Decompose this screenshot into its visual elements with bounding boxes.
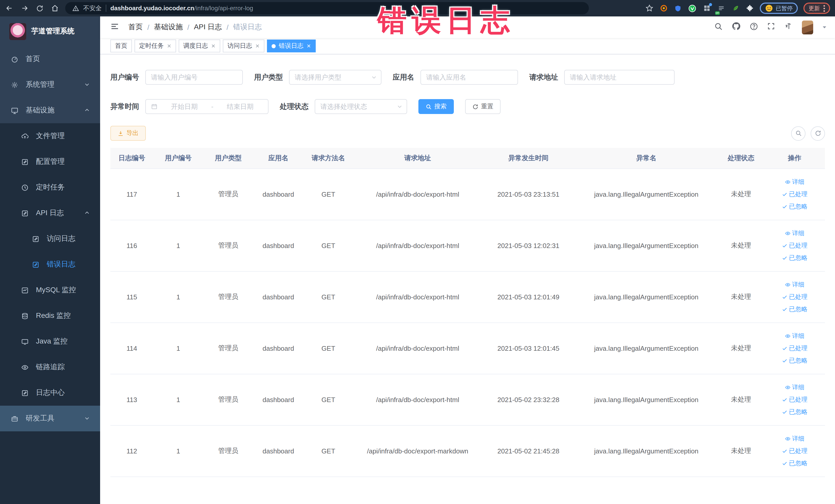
forward-icon[interactable] — [21, 4, 29, 12]
detail-link[interactable]: 详细 — [785, 177, 805, 186]
sidebar-item-system[interactable]: 系统管理 — [0, 72, 100, 98]
close-icon[interactable] — [255, 44, 260, 48]
mark-ignored-link[interactable]: 已忽略 — [782, 407, 808, 416]
user-id-input[interactable] — [145, 70, 243, 85]
home-icon[interactable] — [51, 4, 59, 12]
mark-ignored-link[interactable]: 已忽略 — [782, 254, 808, 262]
tab-home[interactable]: 首页 — [110, 40, 132, 53]
sidebar-item-error-log[interactable]: 错误日志 — [0, 251, 100, 277]
active-dot — [271, 44, 276, 48]
check-icon — [782, 306, 788, 312]
monitor-icon — [11, 106, 19, 114]
breadcrumb-api-log[interactable]: API 日志 — [194, 23, 222, 32]
chevron-down-icon — [84, 81, 90, 89]
breadcrumb-home[interactable]: 首页 — [128, 23, 143, 32]
divider — [106, 5, 106, 12]
mark-handled-link[interactable]: 已处理 — [782, 395, 808, 404]
reset-button[interactable]: 重置 — [465, 99, 501, 114]
tab-schedule-log[interactable]: 调度日志 — [179, 40, 220, 53]
mark-handled-link[interactable]: 已处理 — [782, 344, 808, 352]
tab-cron-job[interactable]: 定时任务 — [135, 40, 176, 53]
check-icon — [782, 204, 788, 209]
sidebar-item-mysql-monitor[interactable]: MySQL 监控 — [0, 277, 100, 303]
col-exception-time: 异常发生时间 — [482, 148, 575, 168]
sidebar-item-cron-job[interactable]: 定时任务 — [0, 175, 100, 200]
close-icon[interactable] — [211, 44, 216, 48]
mark-ignored-link[interactable]: 已忽略 — [782, 202, 808, 211]
reload-icon[interactable] — [36, 4, 44, 12]
breadcrumb: 首页 / 基础设施 / API 日志 / 错误日志 — [128, 23, 262, 32]
gear-icon — [11, 81, 19, 88]
extension-on-badge-icon[interactable]: on — [717, 4, 726, 13]
sidebar-item-api-log[interactable]: API 日志 — [0, 200, 100, 226]
extension-shield-icon[interactable] — [674, 4, 682, 13]
back-icon[interactable] — [5, 4, 13, 12]
sidebar-item-home[interactable]: 首页 — [0, 46, 100, 72]
app-logo-row: 芋道管理系统 — [0, 16, 100, 46]
caret-down-icon[interactable] — [822, 25, 827, 30]
detail-link[interactable]: 详细 — [785, 331, 805, 340]
user-avatar[interactable] — [802, 20, 813, 34]
close-icon[interactable] — [306, 44, 311, 48]
mark-ignored-link[interactable]: 已忽略 — [782, 459, 808, 467]
extension-puzzle-icon[interactable] — [746, 4, 754, 13]
tab-access-log[interactable]: 访问日志 — [223, 40, 264, 53]
sidebar-item-redis-monitor[interactable]: Redis 监控 — [0, 303, 100, 329]
profile-paused-badge[interactable]: 已暂停 — [760, 3, 798, 14]
mark-handled-link[interactable]: 已处理 — [782, 293, 808, 301]
check-icon — [782, 409, 788, 415]
search-icon[interactable] — [714, 22, 723, 33]
chart-icon — [21, 286, 29, 294]
sidebar: 芋道管理系统 首页 系统管理 基础设施 — [0, 16, 100, 504]
detail-link[interactable]: 详细 — [785, 280, 805, 289]
sidebar-item-tracing[interactable]: 链路追踪 — [0, 354, 100, 380]
tab-error-log[interactable]: 错误日志 — [267, 40, 316, 53]
user-type-select[interactable]: 请选择用户类型 — [289, 70, 382, 85]
table-row: 112 1 管理员 dashboard GET /api/infra/db-do… — [110, 425, 825, 477]
sidebar-item-access-log[interactable]: 访问日志 — [0, 226, 100, 251]
sidebar-item-infra[interactable]: 基础设施 — [0, 98, 100, 123]
date-range-picker[interactable]: 开始日期 - 结束日期 — [145, 99, 268, 114]
bookmark-star-icon[interactable] — [645, 4, 653, 13]
fullscreen-icon[interactable] — [767, 22, 775, 32]
chevron-down-icon — [371, 75, 377, 80]
detail-link[interactable]: 详细 — [785, 434, 805, 443]
extension-grid-icon[interactable] — [702, 4, 711, 13]
sidebar-item-config-manage[interactable]: 配置管理 — [0, 149, 100, 175]
request-url-input[interactable] — [564, 70, 675, 85]
help-icon[interactable] — [750, 22, 758, 33]
mark-handled-link[interactable]: 已处理 — [782, 190, 808, 199]
status-select[interactable]: 请选择处理状态 — [315, 99, 407, 114]
app-name-label: 应用名 — [393, 73, 414, 82]
browser-update-button[interactable]: 更新 — [803, 3, 830, 14]
table-row: 113 1 管理员 dashboard GET /api/infra/db-do… — [110, 374, 825, 425]
sidebar-item-dev-tools[interactable]: 研发工具 — [0, 406, 100, 431]
app-name-input[interactable] — [421, 70, 518, 85]
github-icon[interactable] — [732, 22, 741, 33]
refresh-table-button[interactable] — [811, 126, 825, 140]
close-icon[interactable] — [167, 44, 171, 48]
font-size-icon[interactable] — [784, 22, 793, 32]
sidebar-item-java-monitor[interactable]: Java 监控 — [0, 329, 100, 354]
breadcrumb-infra[interactable]: 基础设施 — [154, 23, 183, 32]
mark-ignored-link[interactable]: 已忽略 — [782, 356, 808, 365]
hamburger-icon[interactable] — [110, 22, 119, 33]
mark-handled-link[interactable]: 已处理 — [782, 241, 808, 250]
mark-handled-link[interactable]: 已处理 — [782, 446, 808, 455]
search-button[interactable]: 搜索 — [419, 99, 454, 114]
mark-ignored-link[interactable]: 已忽略 — [782, 305, 808, 314]
detail-link[interactable]: 详细 — [785, 383, 805, 391]
sidebar-item-log-center[interactable]: 日志中心 — [0, 380, 100, 406]
kebab-menu-icon[interactable] — [823, 5, 825, 12]
toggle-search-button[interactable] — [791, 126, 806, 140]
extension-orange-icon[interactable] — [659, 4, 668, 13]
export-button[interactable]: 导出 — [110, 126, 146, 141]
col-user-id: 用户编号 — [153, 148, 203, 168]
extension-green-v-icon[interactable] — [688, 4, 697, 13]
database-icon — [21, 312, 29, 320]
end-date-placeholder: 结束日期 — [218, 102, 263, 111]
sidebar-item-file-manage[interactable]: 文件管理 — [0, 123, 100, 149]
sidebar-filler — [0, 431, 100, 504]
extension-leaf-icon[interactable] — [731, 4, 740, 13]
detail-link[interactable]: 详细 — [785, 229, 805, 238]
